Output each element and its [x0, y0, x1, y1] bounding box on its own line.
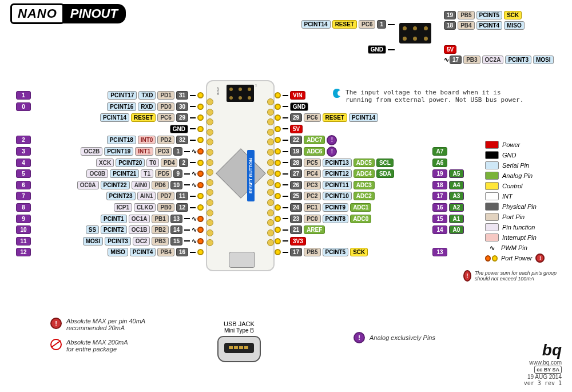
pin-MISO: MISO: [504, 21, 525, 30]
pin-CLKO: CLKO: [134, 203, 156, 212]
board-pin: [267, 219, 274, 226]
pin-18: 18: [444, 21, 456, 30]
legend-row: GND: [485, 150, 559, 160]
left-row-7: OC0BPCINT21T1PD59∿: [86, 169, 204, 179]
board-label-1: 1: [255, 84, 257, 87]
board-pin: [206, 229, 213, 236]
arduino-pin-10: 10: [16, 225, 31, 234]
icsp-row: 5V: [444, 45, 456, 54]
pin-24: 24: [290, 203, 302, 212]
pin-PC6: PC6: [359, 20, 375, 29]
right-row-1: GND: [275, 102, 308, 112]
left-row-14: MISOPCINT4PB416: [108, 247, 204, 257]
usb-jack-sub: Mini Type B: [216, 327, 262, 334]
max-pkg-note: Absolute MAX 200mA for entire package: [50, 339, 128, 353]
pin-ADC7: ADC7: [304, 136, 325, 144]
legend: PowerGNDSerial PinAnalog PinControlINTPh…: [485, 140, 559, 263]
port-dot: [275, 114, 281, 121]
pin-PCINT5: PCINT5: [323, 248, 349, 256]
port-dot: [197, 171, 204, 177]
arduino-pin-14 A0: 14A0: [432, 225, 464, 235]
pin-RXD: RXD: [138, 102, 156, 111]
pin-22: 22: [290, 136, 302, 144]
pin-1: 1: [173, 147, 182, 156]
pin-OC2A: OC2A: [482, 56, 504, 64]
pin-PCINT4: PCINT4: [476, 21, 503, 30]
pin-PCINT17: PCINT17: [108, 91, 137, 100]
left-row-11: PCINT1OC1APB113∿: [101, 214, 204, 224]
legend-row: INT: [485, 191, 559, 201]
board-pins-right: [267, 98, 275, 246]
pinout-diagram: { "title": {"a":"NANO","b":"PINOUT"}, "l…: [0, 0, 572, 392]
port-dot: [197, 92, 204, 98]
port-dot: [275, 92, 281, 98]
right-row-7: 27PC4PCINT12ADC4SDA: [275, 169, 394, 179]
vin-note: The input voltage to the board when it i…: [333, 89, 527, 104]
board-pin: [206, 179, 213, 186]
pin-23: 23: [290, 215, 302, 223]
pin-PD4: PD4: [161, 159, 177, 167]
arduino-pin-8: 8: [16, 203, 31, 212]
pin-17: 17: [450, 56, 462, 64]
pin-PD6: PD6: [152, 181, 168, 189]
nano-board: 1 ICSP RESET BUTTON: [206, 80, 275, 271]
right-row-4: 22ADC7!: [275, 135, 337, 145]
left-row-8: OC0APCINT22AIN0PD610∿: [77, 180, 204, 190]
pin-PCINT11: PCINT11: [323, 181, 352, 189]
pin-16: 16: [176, 248, 188, 256]
pin-PB5: PB5: [458, 11, 474, 19]
pin-29: 29: [290, 113, 302, 122]
pin-OC0A: OC0A: [77, 181, 99, 189]
pin-PCINT16: PCINT16: [107, 102, 136, 111]
pin-SS: SS: [86, 225, 99, 234]
pin-GND: GND: [290, 102, 308, 111]
port-dot: [275, 204, 281, 211]
pin-PC6: PC6: [157, 113, 174, 122]
pin-AIN0: AIN0: [132, 181, 150, 189]
pin-RESET: RESET: [332, 20, 357, 29]
port-dot: [275, 193, 281, 199]
pin-PD0: PD0: [157, 102, 174, 111]
arduino-pin-16 A2: 16A2: [432, 203, 464, 212]
pin-PCINT14: PCINT14: [301, 20, 331, 29]
pin-PC2: PC2: [304, 192, 320, 200]
pin-11: 11: [176, 192, 188, 200]
arduino-pin-4: 4: [16, 159, 31, 167]
pin-ADC5: ADC5: [353, 159, 375, 167]
arduino-pin-11: 11: [16, 237, 31, 246]
pin-5V: 5V: [290, 125, 303, 133]
board-pin: [267, 159, 274, 166]
pin-PD1: PD1: [157, 91, 174, 100]
pin-PCINT3: PCINT3: [105, 237, 131, 246]
port-dot: [275, 182, 281, 188]
pin-PC4: PC4: [304, 169, 320, 178]
arduino-pin-A7: A7: [432, 146, 447, 156]
pwm-icon: ∿: [192, 148, 196, 155]
pin-PCINT5: PCINT5: [476, 11, 503, 19]
icsp-row: GND: [368, 45, 395, 54]
board-pin: [206, 118, 213, 125]
board-pin: [267, 179, 274, 186]
footer-date: 19 AUG 2014: [524, 374, 562, 380]
board-pin: [206, 189, 213, 196]
reset-button-label: RESET BUTTON: [247, 150, 255, 201]
left-row-2: PCINT14RESETPC629: [100, 113, 204, 122]
pin-25: 25: [290, 192, 302, 200]
pin-OC2B: OC2B: [81, 147, 102, 156]
pin-26: 26: [290, 181, 302, 189]
pin-RESET: RESET: [131, 113, 156, 122]
port-dot: [197, 227, 204, 233]
usb-shell-icon: [217, 336, 261, 362]
pin-PCINT3: PCINT3: [505, 56, 531, 64]
warn-icon: !: [327, 146, 337, 157]
board-pin: [267, 189, 274, 196]
legend-row: Pin function: [485, 222, 559, 232]
board-pin: [206, 109, 213, 116]
eye-icon: [333, 89, 341, 98]
pin-OC2: OC2: [133, 237, 150, 246]
pwm-icon: ∿: [192, 170, 196, 177]
board-pin: [206, 169, 213, 176]
pin-INT1: INT1: [135, 147, 153, 156]
board-pin: [267, 149, 274, 156]
pin-PB2: PB2: [152, 225, 168, 234]
